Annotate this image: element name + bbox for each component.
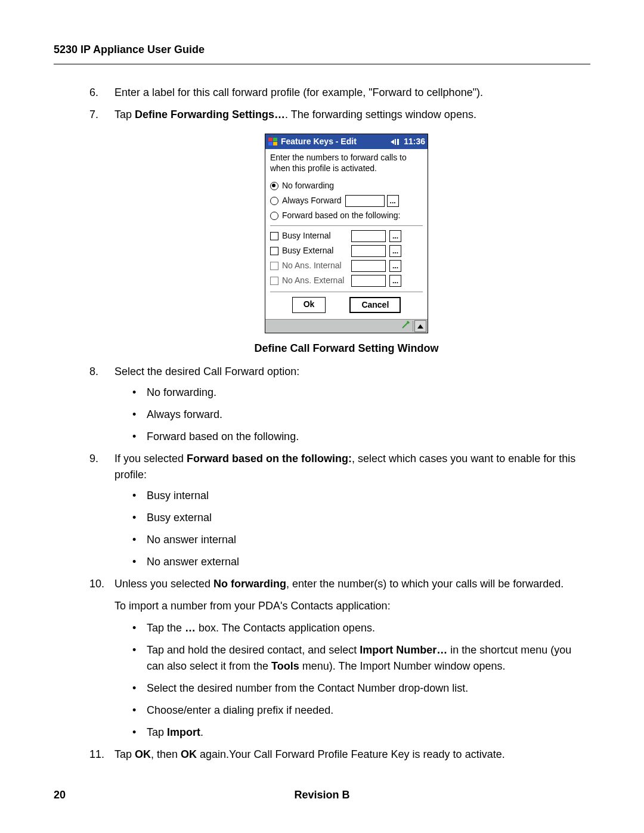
list-item: Busy external (132, 510, 578, 526)
volume-icon[interactable] (391, 138, 401, 146)
conditional-options: Busy Internal ... Busy External ... (270, 225, 423, 287)
step-9-number: 9. (89, 451, 98, 467)
checkbox-icon[interactable] (270, 262, 278, 270)
step-11: 11. Tap OK, then OK again.Your Call Forw… (89, 747, 578, 763)
step-10-bold: No forwarding (213, 578, 286, 590)
list-item: Tap Import. (132, 724, 578, 741)
list-item: No answer external (132, 554, 578, 570)
svg-rect-1 (273, 138, 277, 141)
dialog-button-row: Ok Cancel (270, 292, 423, 313)
radio-conditional-forward-label: Forward based on the following: (282, 209, 400, 222)
footer: 20 Revision B (54, 787, 590, 803)
list-item: No answer internal (132, 532, 578, 548)
pda-title-text: Feature Keys - Edit (281, 135, 357, 148)
list-item: Select the desired number from the Conta… (132, 680, 578, 696)
step-11-lead: Tap (114, 748, 135, 760)
radio-no-forwarding[interactable]: No forwarding (270, 179, 423, 192)
step-10-pda-intro: To import a number from your PDA's Conta… (114, 598, 578, 614)
pda-instruction: Enter the numbers to forward calls to wh… (270, 153, 423, 174)
check-noans-internal[interactable]: No Ans. Internal ... (270, 259, 423, 272)
step-7-lead: Tap (114, 109, 135, 120)
list-item: Always forward. (132, 407, 578, 423)
step-9: 9. If you selected Forward based on the … (89, 451, 578, 570)
check-busy-external[interactable]: Busy External ... (270, 244, 423, 257)
step-10: 10. Unless you selected No forwarding, e… (89, 576, 578, 741)
check-noans-external[interactable]: No Ans. External ... (270, 274, 423, 287)
list-item: Busy internal (132, 488, 578, 504)
browse-contacts-button[interactable]: ... (389, 260, 401, 272)
list-item: Forward based on the following. (132, 429, 578, 445)
noans-internal-input[interactable] (351, 260, 386, 272)
list-item: Tap the … box. The Contacts application … (132, 620, 578, 636)
pda-titlebar[interactable]: Feature Keys - Edit 11:36 (265, 134, 428, 149)
step-6: 6. Enter a label for this call forward p… (89, 85, 578, 101)
sip-keyboard-icon[interactable] (401, 319, 411, 333)
radio-always-forward-label: Always Forward (282, 194, 342, 207)
check-busy-internal[interactable]: Busy Internal ... (270, 230, 423, 242)
windows-start-icon[interactable] (268, 137, 278, 147)
noans-external-input[interactable] (351, 275, 386, 287)
radio-no-forwarding-label: No forwarding (282, 179, 334, 192)
svg-rect-2 (268, 142, 273, 145)
page-number: 20 (54, 787, 66, 803)
step-7-bold: Define Forwarding Settings… (135, 109, 285, 120)
pda-window: Feature Keys - Edit 11:36 Enter the numb… (265, 134, 428, 333)
step-7-number: 7. (89, 107, 98, 123)
checkbox-icon[interactable] (270, 277, 278, 285)
radio-icon[interactable] (270, 212, 278, 220)
checkbox-icon[interactable] (270, 247, 278, 255)
check-noans-external-label: No Ans. External (282, 274, 348, 287)
browse-contacts-button[interactable]: ... (389, 230, 401, 242)
figure-define-forwarding: Feature Keys - Edit 11:36 Enter the numb… (114, 134, 578, 335)
step-8-number: 8. (89, 364, 98, 380)
always-forward-number-input[interactable] (345, 195, 385, 207)
checkbox-icon[interactable] (270, 232, 278, 240)
ok-button[interactable]: Ok (292, 297, 326, 313)
radio-always-forward[interactable]: Always Forward ... (270, 194, 423, 207)
step-8-text: Select the desired Call Forward option: (114, 366, 299, 377)
svg-rect-3 (273, 142, 277, 145)
step-10-number: 10. (89, 576, 104, 592)
step-8: 8. Select the desired Call Forward optio… (89, 364, 578, 445)
pda-clock[interactable]: 11:36 (404, 135, 425, 148)
sip-up-button[interactable] (414, 320, 426, 332)
busy-internal-input[interactable] (351, 230, 386, 242)
step-10-tail: , enter the number(s) to which your call… (286, 578, 564, 590)
figure-caption: Define Call Forward Setting Window (114, 340, 578, 357)
list-item: No forwarding. (132, 385, 578, 401)
step-11-number: 11. (89, 747, 104, 763)
step-7-tail: . The forwarding settings window opens. (285, 109, 476, 120)
browse-contacts-button[interactable]: ... (389, 245, 401, 257)
step-6-number: 6. (89, 85, 98, 101)
step-10-lead: Unless you selected (114, 578, 213, 590)
check-busy-internal-label: Busy Internal (282, 230, 348, 242)
list-item: Choose/enter a dialing prefix if needed. (132, 702, 578, 719)
check-busy-external-label: Busy External (282, 244, 348, 257)
cancel-button[interactable]: Cancel (349, 297, 401, 313)
radio-icon[interactable] (270, 197, 278, 205)
revision: Revision B (294, 787, 349, 803)
list-item: Tap and hold the desired contact, and se… (132, 642, 578, 674)
running-head: 5230 IP Appliance User Guide (54, 42, 590, 64)
check-noans-internal-label: No Ans. Internal (282, 259, 348, 272)
svg-rect-0 (268, 138, 273, 141)
browse-contacts-button[interactable]: ... (387, 195, 399, 207)
pda-body: Enter the numbers to forward calls to wh… (265, 149, 428, 319)
radio-conditional-forward[interactable]: Forward based on the following: (270, 209, 423, 222)
step-7: 7. Tap Define Forwarding Settings…. The … (89, 107, 578, 357)
step-6-text: Enter a label for this call forward prof… (114, 86, 483, 98)
browse-contacts-button[interactable]: ... (389, 275, 401, 287)
pda-bottombar (265, 319, 428, 333)
busy-external-input[interactable] (351, 245, 386, 257)
step-9-bold: Forward based on the following: (187, 453, 352, 465)
radio-icon[interactable] (270, 182, 278, 190)
step-9-lead: If you selected (114, 453, 187, 465)
body-content: 6. Enter a label for this call forward p… (89, 85, 578, 763)
